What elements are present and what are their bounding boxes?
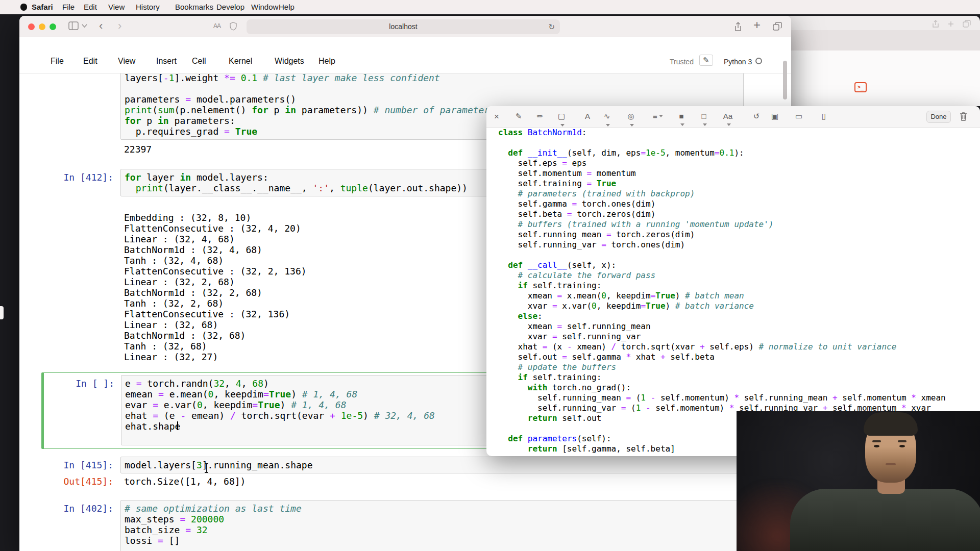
- background-browser-window: io0... torch.squeeze — PyTorch 1.13 docu…: [786, 16, 980, 106]
- cell-output: Embedding : (32, 8, 10)FlattenConsecutiv…: [124, 212, 307, 362]
- rotate-tool-icon[interactable]: ↺: [751, 112, 762, 121]
- share-icon: [932, 20, 939, 28]
- close-window-button[interactable]: [28, 23, 35, 30]
- chevron-down-icon[interactable]: [82, 24, 87, 28]
- background-page-content: >_: [786, 51, 980, 106]
- markup-toolbar: × ✎ ✏ ▢ A ∿ ◎ ≡ ■ □ Aa ↺ ▣ ▭ ▯ Done: [486, 106, 980, 128]
- input-prompt: In [415]:: [19, 460, 115, 470]
- cell-output: 22397: [124, 144, 152, 155]
- menu-item-file[interactable]: File: [62, 3, 75, 11]
- line-style-tool-icon[interactable]: ≡: [653, 112, 663, 120]
- menu-bar: Safari File Edit View History Bookmarks …: [0, 0, 980, 14]
- menu-item-bookmarks[interactable]: Bookmarks: [175, 3, 213, 11]
- scrollbar-thumb[interactable]: [783, 61, 787, 99]
- background-window-icons: [932, 20, 971, 28]
- code-cell-input[interactable]: model.layers[3].running_mean.shape: [120, 457, 744, 473]
- font-tool-icon[interactable]: Aa: [723, 112, 733, 129]
- new-tab-icon: [947, 20, 954, 28]
- person-eyebrow: [872, 440, 881, 442]
- edit-mode-pencil-icon[interactable]: ✎: [699, 55, 713, 66]
- jupyter-menu-insert[interactable]: Insert: [156, 57, 177, 66]
- share-icon[interactable]: [734, 22, 742, 32]
- cell-output: torch.Size([1, 4, 68]): [124, 476, 246, 487]
- background-window-edge: [0, 306, 4, 319]
- reader-aa-icon[interactable]: AA: [213, 22, 220, 30]
- fill-color-tool-icon[interactable]: ■: [676, 112, 687, 129]
- jupyter-menu-file[interactable]: File: [51, 57, 64, 66]
- tab-overview-icon[interactable]: [773, 22, 782, 31]
- menu-item-help[interactable]: Help: [279, 3, 295, 11]
- back-button[interactable]: ‹: [99, 20, 103, 32]
- apple-menu-icon[interactable]: [20, 4, 27, 11]
- input-prompt: In [ ]:: [44, 378, 116, 389]
- batchnorm-code: class BatchNorm1d: def __init__(self, di…: [498, 128, 946, 454]
- menu-item-history[interactable]: History: [136, 3, 160, 11]
- done-button[interactable]: Done: [926, 111, 951, 123]
- desktop: Safari File Edit View History Bookmarks …: [0, 0, 980, 551]
- kernel-name: Python 3: [724, 58, 752, 66]
- tabs-icon: [963, 20, 971, 28]
- output-prompt: Out[415]:: [19, 476, 115, 487]
- jupyter-menu-kernel[interactable]: Kernel: [229, 57, 252, 66]
- input-prompt: In [412]:: [19, 172, 115, 183]
- person-torso: [790, 489, 980, 551]
- minimize-window-button[interactable]: [39, 23, 45, 30]
- trusted-badge: Trusted: [670, 58, 694, 66]
- jupyter-menu-widgets[interactable]: Widgets: [275, 57, 304, 66]
- border-color-tool-icon[interactable]: □: [699, 112, 709, 129]
- forward-button[interactable]: ›: [118, 20, 121, 32]
- trash-icon[interactable]: [960, 112, 967, 121]
- mouse-text-cursor: [204, 464, 209, 472]
- terminal-icon: >_: [854, 82, 867, 92]
- text-tool-icon[interactable]: A: [582, 112, 593, 120]
- url-text: localhost: [389, 22, 417, 31]
- jupyter-menu-help[interactable]: Help: [318, 57, 335, 66]
- sidebar-icon[interactable]: [68, 21, 79, 30]
- zoom-window-button[interactable]: [50, 23, 56, 30]
- magnifier-tool-icon[interactable]: ◎: [626, 112, 636, 130]
- address-bar[interactable]: localhost ↻: [247, 19, 560, 34]
- text-cursor: [177, 421, 178, 430]
- menu-item-develop[interactable]: Develop: [216, 3, 244, 11]
- jupyter-menubar: File Edit View Insert Cell Kernel Widget…: [19, 37, 791, 73]
- sketch-tool-icon[interactable]: ✎: [513, 112, 524, 121]
- new-tab-button[interactable]: +: [753, 19, 761, 31]
- device-tool-icon[interactable]: ▯: [819, 112, 829, 121]
- menu-item-view[interactable]: View: [108, 3, 125, 11]
- menu-item-app[interactable]: Safari: [32, 3, 53, 11]
- jupyter-menu-cell[interactable]: Cell: [192, 57, 206, 66]
- jupyter-menu-edit[interactable]: Edit: [83, 57, 97, 66]
- jupyter-menu-view[interactable]: View: [118, 57, 135, 66]
- comment-tool-icon[interactable]: ▭: [794, 112, 804, 121]
- background-tab-bar: io0... torch.squeeze — PyTorch 1.13 docu…: [786, 30, 980, 51]
- crop-tool-icon[interactable]: ▣: [770, 112, 780, 121]
- menu-item-edit[interactable]: Edit: [84, 3, 97, 11]
- close-markup-button[interactable]: ×: [492, 112, 502, 122]
- input-prompt: In [402]:: [19, 503, 115, 514]
- code-cell-input[interactable]: # same optimization as last timemax_step…: [120, 500, 744, 551]
- kernel-status-icon: [755, 58, 762, 64]
- person-eyebrow: [898, 440, 906, 442]
- draw-tool-icon[interactable]: ✏: [535, 112, 545, 121]
- person-eye: [899, 445, 905, 447]
- shapes-tool-icon[interactable]: ▢: [556, 112, 567, 130]
- sign-tool-icon[interactable]: ∿: [602, 112, 612, 130]
- person-eye: [874, 445, 879, 447]
- markup-window: × ✎ ✏ ▢ A ∿ ◎ ≡ ■ □ Aa ↺ ▣ ▭ ▯ Done clas…: [486, 106, 980, 456]
- reload-icon[interactable]: ↻: [548, 19, 555, 34]
- webcam-overlay: [737, 411, 980, 551]
- person-mouth: [886, 463, 896, 465]
- person-hair: [864, 412, 918, 436]
- menu-item-window[interactable]: Window: [251, 3, 278, 11]
- safari-titlebar: ‹ › AA localhost ↻ +: [19, 16, 791, 37]
- privacy-shield-icon[interactable]: [230, 22, 237, 31]
